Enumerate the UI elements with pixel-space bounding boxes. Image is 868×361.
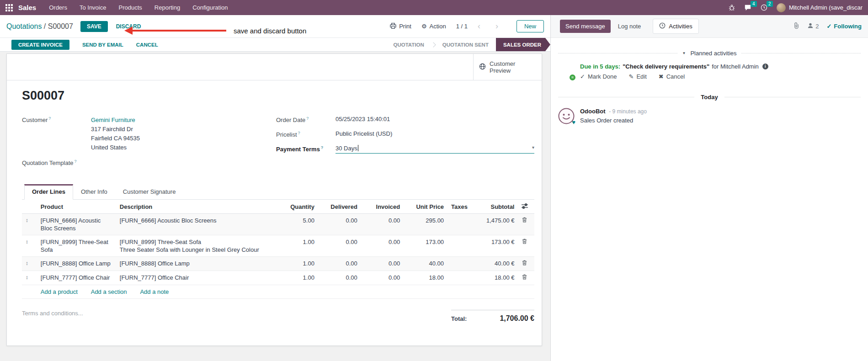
planned-activities-header[interactable]: ▼ Planned activities <box>558 50 861 57</box>
quantity-cell[interactable]: 1.00 <box>279 235 318 257</box>
add-note-link[interactable]: Add a note <box>140 288 169 295</box>
col-taxes[interactable]: Taxes <box>447 200 479 214</box>
total-value: 1,706.00 € <box>500 314 534 323</box>
check-icon: ✓ <box>580 73 585 80</box>
unit-price-cell[interactable]: 18.00 <box>404 271 447 285</box>
user-menu[interactable]: Mitchell Admin (save_discar <box>777 3 863 12</box>
description-cell[interactable]: [FURN_8888] Office Lamp <box>116 257 279 271</box>
delivered-cell: 0.00 <box>318 257 361 271</box>
message-author[interactable]: OdooBot <box>580 108 606 115</box>
invoiced-cell: 0.00 <box>361 271 404 285</box>
col-subtotal[interactable]: Subtotal <box>479 200 518 214</box>
menu-reporting[interactable]: Reporting <box>154 4 180 11</box>
taxes-cell[interactable] <box>447 235 479 257</box>
app-name[interactable]: Sales <box>18 4 36 11</box>
text-cursor <box>358 145 358 151</box>
edit-activity-button[interactable]: ✎Edit <box>628 73 646 80</box>
cancel-button[interactable]: CANCEL <box>136 42 158 48</box>
send-by-email-button[interactable]: SEND BY EMAIL <box>82 42 123 48</box>
col-product[interactable]: Product <box>37 200 116 214</box>
new-button[interactable]: New <box>517 20 544 32</box>
mark-done-button[interactable]: ✓Mark Done <box>580 73 617 80</box>
cross-icon: ✖ <box>659 73 664 80</box>
delete-line-icon[interactable] <box>518 257 534 271</box>
menu-to-invoice[interactable]: To Invoice <box>80 4 107 11</box>
apps-grid-icon[interactable] <box>5 4 13 11</box>
breadcrumb-current: S00007 <box>48 22 73 30</box>
col-description[interactable]: Description <box>116 200 279 214</box>
product-cell[interactable]: [FURN_8888] Office Lamp <box>37 257 116 271</box>
following-button[interactable]: ✓ Following <box>826 23 862 30</box>
description-cell[interactable]: [FURN_7777] Office Chair <box>116 271 279 285</box>
drag-handle[interactable]: ▲▼ <box>22 257 37 271</box>
product-cell[interactable]: [FURN_7777] Office Chair <box>37 271 116 285</box>
breadcrumb: Quotations / S00007 <box>6 22 73 31</box>
product-cell[interactable]: [FURN_6666] Acoustic Bloc Screens <box>37 214 116 235</box>
pager-prev-next-icons[interactable]: ‹ › <box>478 21 505 31</box>
quantity-cell[interactable]: 5.00 <box>279 214 318 235</box>
unit-price-cell[interactable]: 40.00 <box>404 257 447 271</box>
menu-products[interactable]: Products <box>118 4 142 11</box>
description-cell[interactable]: [FURN_6666] Acoustic Bloc Screens <box>116 214 279 235</box>
action-button[interactable]: ⚙ Action <box>421 23 446 30</box>
taxes-cell[interactable] <box>447 257 479 271</box>
followers-button[interactable]: 2 <box>807 22 819 30</box>
col-invoiced[interactable]: Invoiced <box>361 200 404 214</box>
quantity-cell[interactable]: 1.00 <box>279 271 318 285</box>
delete-line-icon[interactable] <box>518 235 534 257</box>
delete-line-icon[interactable] <box>518 214 534 235</box>
chatter-toolbar: Send message Log note Activities 2 ✓ Fol… <box>551 15 868 38</box>
stage-quotation-sent[interactable]: QUOTATION SENT <box>435 42 496 48</box>
info-icon[interactable]: i <box>762 64 768 69</box>
activity-summary: "Check delivery requirements" <box>623 63 709 70</box>
optional-columns-icon[interactable] <box>518 200 534 214</box>
quantity-cell[interactable]: 1.00 <box>279 257 318 271</box>
save-button[interactable]: SAVE <box>80 21 108 32</box>
tab-customer-signature[interactable]: Customer Signature <box>115 184 184 199</box>
unit-price-cell[interactable]: 295.00 <box>404 214 447 235</box>
unit-price-cell[interactable]: 173.00 <box>404 235 447 257</box>
product-cell[interactable]: [FURN_8999] Three-Seat Sofa <box>37 235 116 257</box>
tab-order-lines[interactable]: Order Lines <box>24 184 73 200</box>
sale-order-sheet: Customer Preview S00007 Customer? Gemini… <box>6 53 542 346</box>
add-product-link[interactable]: Add a product <box>41 288 78 295</box>
add-section-link[interactable]: Add a section <box>91 288 127 295</box>
messages-icon[interactable]: 4 <box>744 4 751 11</box>
create-invoice-button[interactable]: CREATE INVOICE <box>11 40 69 50</box>
menu-configuration[interactable]: Configuration <box>192 4 228 11</box>
col-delivered[interactable]: Delivered <box>318 200 361 214</box>
customer-link[interactable]: Gemini Furniture <box>91 116 276 125</box>
menu-orders[interactable]: Orders <box>49 4 67 11</box>
send-message-button[interactable]: Send message <box>560 20 611 33</box>
taxes-cell[interactable] <box>447 271 479 285</box>
delete-line-icon[interactable] <box>518 271 534 285</box>
col-quantity[interactable]: Quantity <box>279 200 318 214</box>
tab-other-info[interactable]: Other Info <box>73 184 115 199</box>
attachment-paperclip-icon[interactable] <box>793 22 799 31</box>
pricelist-value[interactable]: Public Pricelist (USD) <box>335 130 534 137</box>
description-cell[interactable]: [FURN_8999] Three-Seat SofaThree Seater … <box>116 235 279 257</box>
customer-preview-button[interactable]: Customer Preview <box>473 54 542 80</box>
print-button[interactable]: Print <box>390 23 411 30</box>
taxes-cell[interactable] <box>447 214 479 235</box>
debug-bug-icon[interactable] <box>729 4 735 11</box>
stage-sales-order[interactable]: SALES ORDER <box>496 38 550 51</box>
help-question-icon: ? <box>298 131 300 135</box>
form-view: Customer Preview S00007 Customer? Gemini… <box>0 52 550 361</box>
discard-button[interactable]: DISCARD <box>116 23 141 30</box>
col-unit-price[interactable]: Unit Price <box>404 200 447 214</box>
stage-quotation[interactable]: QUOTATION <box>386 42 431 48</box>
breadcrumb-quotations-link[interactable]: Quotations <box>6 22 42 30</box>
drag-handle[interactable]: ▲▼ <box>22 214 37 235</box>
activities-tab-button[interactable]: Activities <box>653 19 698 34</box>
log-note-button[interactable]: Log note <box>618 23 641 30</box>
terms-and-conditions-input[interactable]: Terms and conditions... <box>22 310 83 323</box>
cancel-activity-button[interactable]: ✖Cancel <box>659 73 685 80</box>
drag-handle[interactable]: ▲▼ <box>22 235 37 257</box>
help-question-icon: ? <box>321 145 324 150</box>
dropdown-caret-icon[interactable]: ▾ <box>532 145 534 150</box>
payment-terms-input[interactable]: 30 Days ▾ <box>335 145 534 154</box>
order-date-value[interactable]: 05/25/2023 15:40:01 <box>335 116 534 122</box>
activities-clock-icon[interactable]: 2 <box>761 4 767 11</box>
drag-handle[interactable]: ▲▼ <box>22 271 37 285</box>
